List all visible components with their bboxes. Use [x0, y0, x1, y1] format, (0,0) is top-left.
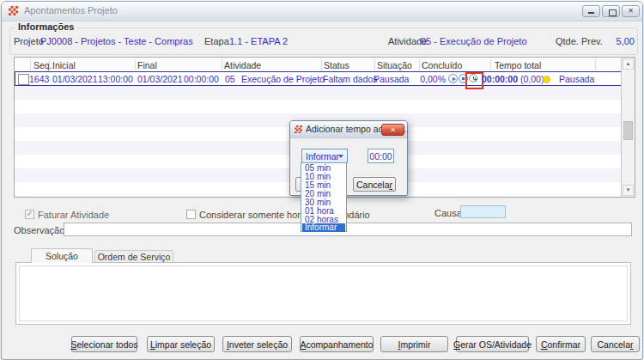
column-separator [321, 59, 322, 70]
column-separator [30, 59, 31, 70]
cell-situacao: Pausada [374, 74, 409, 84]
column-separator [419, 59, 420, 70]
projeto-value: PJ0008 - Projetos - Teste - Compras [40, 36, 193, 46]
column-separator [135, 59, 136, 70]
solucao-tab-panel [15, 262, 631, 325]
col-concluido: Concluído [422, 60, 462, 70]
tempo-combobox[interactable]: Informar [301, 149, 348, 163]
status-dot-yellow [543, 76, 550, 83]
minimize-icon [588, 12, 594, 14]
highlight-annotation-box [465, 72, 483, 89]
tab-ordem-de-servico[interactable]: Ordem de Serviço [94, 250, 173, 263]
col-tempo-total: Tempo total [495, 60, 541, 70]
qtde-prev-label: Qtde. Prev. [556, 36, 603, 46]
dialog-app-icon [295, 125, 302, 133]
dialog-cancelar-button[interactable]: Cancelar [353, 177, 396, 192]
cell-final-time: 00:00:00 [184, 74, 219, 84]
cell-estado: Pausada [559, 74, 594, 84]
column-separator [374, 59, 375, 70]
window-title: Apontamentos Projeto [24, 5, 118, 15]
inveter-selecao-button[interactable]: Inveter seleção [222, 336, 292, 352]
faturar-atividade-checkbox: ✓ [25, 210, 34, 219]
scrollbar-thumb[interactable] [623, 121, 633, 140]
col-atividade: Atividade [224, 60, 261, 70]
cell-tempo-decimal: (0,00) [520, 74, 544, 84]
acompanhamento-button[interactable]: Acompanhamento [300, 336, 374, 352]
faturar-atividade-label: Faturar Atividade [38, 210, 109, 220]
table-row[interactable]: 1643 01/03/2021 13:00:00 01/03/2021 00:0… [15, 71, 622, 86]
observacao-label: Observação [14, 225, 64, 235]
tempo-input[interactable]: 00:00 [368, 149, 394, 163]
col-situacao: Situação [377, 60, 412, 70]
cell-final-date: 01/03/2021 [137, 74, 183, 84]
considerar-horas-checkbox[interactable] [186, 210, 196, 219]
tempo-dropdown-list: 05 min 10 min 15 min 20 min 30 min 01 ho… [301, 162, 347, 232]
limpar-selecao-button[interactable]: Limpar seleção [147, 336, 215, 352]
causa-input[interactable] [460, 205, 506, 218]
informacoes-title: Informações [15, 21, 77, 32]
combobox-value: Informar [306, 151, 339, 162]
tab-ordem-label: Ordem de Serviço [98, 252, 171, 262]
chevron-down-icon [338, 155, 343, 158]
selecionar-todos-button[interactable]: Selecionar todos [71, 336, 137, 352]
cell-atividade-code: 05 [225, 74, 235, 84]
close-button[interactable]: ✕ [622, 5, 640, 17]
restore-icon [609, 9, 617, 16]
gerar-os-atividade-button[interactable]: Gerar OS/Atividade [456, 336, 529, 352]
column-separator [595, 59, 596, 70]
cell-status: Faltam dados [323, 74, 378, 84]
column-separator [49, 59, 50, 70]
minimize-button[interactable] [582, 5, 600, 17]
imprimir-button[interactable]: Imprimir [380, 336, 448, 352]
etapa-label: Etapa [204, 36, 229, 46]
option-informar-selected[interactable]: Informar [302, 223, 345, 232]
stop-square-icon [462, 77, 465, 80]
atividade-value: 05 - Execução de Projeto [421, 36, 527, 46]
projeto-label: Projeto [14, 36, 44, 46]
cell-seq: 1643 [29, 74, 49, 84]
window-titlebar: Apontamentos Projeto ✕ [2, 2, 642, 21]
cancelar-button[interactable]: Cancelar [591, 336, 640, 352]
etapa-value: 1.1 - ETAPA 2 [229, 36, 288, 46]
causa-label: Causa [434, 208, 462, 218]
restore-button[interactable] [602, 5, 620, 17]
column-separator [490, 59, 491, 70]
col-final: Final [137, 60, 157, 70]
row-checkbox[interactable] [18, 74, 29, 85]
column-separator [222, 59, 222, 70]
play-triangle-icon [453, 77, 456, 81]
tab-solucao-label: Solução [46, 251, 78, 261]
scroll-down-button[interactable]: ▼ [623, 185, 634, 196]
solucao-textarea[interactable] [19, 265, 628, 321]
cell-atividade-desc: Execução de Projeto [241, 74, 325, 84]
dialog-titlebar: Adicionar tempo ao apo... ✕ [290, 121, 407, 138]
screenshot-stage: Apontamentos Projeto ✕ Informações Proje… [0, 0, 644, 360]
cell-inicial-date: 01/03/2021 [52, 74, 98, 84]
close-icon: ✕ [623, 6, 639, 16]
app-icon [9, 6, 18, 15]
cell-concluido: 0,00% [416, 74, 446, 84]
dialog-close-button[interactable]: ✕ [381, 124, 404, 136]
cell-tempo-total: 00:00:00 [482, 74, 518, 84]
col-status: Status [324, 60, 349, 70]
dialog-close-icon: ✕ [390, 126, 396, 134]
scroll-up-button[interactable]: ▲ [623, 58, 634, 70]
checkmark-icon: ✓ [27, 209, 33, 218]
observacao-input[interactable] [64, 223, 632, 236]
play-icon[interactable] [448, 74, 458, 83]
confirmar-button[interactable]: Confirmar [536, 336, 586, 352]
cell-inicial-time: 13:00:00 [98, 74, 133, 84]
tab-solucao[interactable]: Solução [31, 248, 93, 263]
qtde-prev-value: 5,00 [603, 36, 635, 46]
col-inicial: Inicial [52, 60, 76, 70]
grid-vertical-scrollbar[interactable]: ▲ ▼ [621, 58, 635, 197]
